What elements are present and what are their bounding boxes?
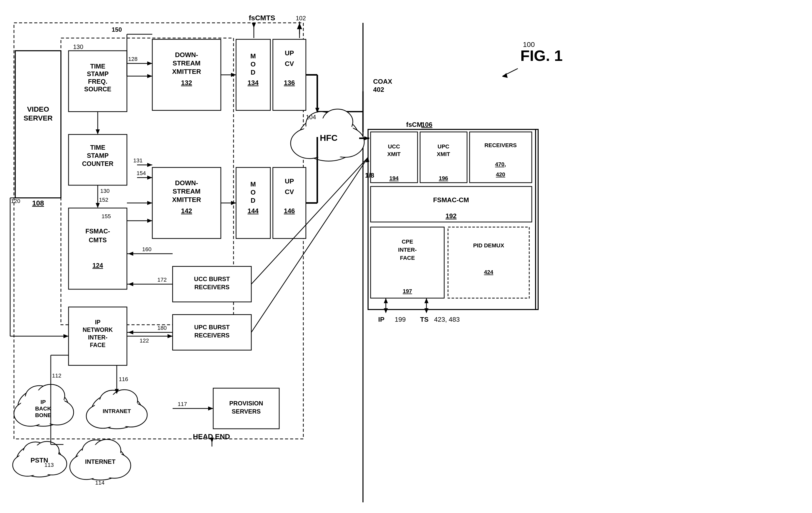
svg-marker-121 [147,219,152,223]
svg-text:130: 130 [100,188,110,194]
svg-text:120: 120 [11,198,20,204]
svg-marker-218 [425,308,429,313]
svg-text:402: 402 [373,86,384,93]
svg-text:424: 424 [484,269,493,275]
svg-text:180: 180 [157,325,167,331]
svg-text:INTER-: INTER- [88,334,108,341]
svg-text:155: 155 [102,213,111,219]
svg-text:SERVERS: SERVERS [232,408,261,415]
svg-text:130: 130 [73,43,83,50]
svg-text:108: 108 [32,199,44,207]
svg-text:COUNTER: COUNTER [82,160,113,167]
svg-marker-138 [128,282,133,286]
svg-text:194: 194 [389,175,399,181]
svg-text:420: 420 [496,171,505,178]
svg-text:136: 136 [284,79,295,87]
svg-text:XMIT: XMIT [387,151,401,157]
svg-text:122: 122 [140,337,149,344]
diagram-svg: HFC VIDEO SERVER 108 TIME STAMP FREQ. SO… [0,0,812,513]
svg-text:144: 144 [248,207,259,215]
svg-text:PID DEMUX: PID DEMUX [473,242,504,249]
svg-text:199: 199 [395,315,406,323]
svg-text:COAX: COAX [373,78,393,85]
svg-text:NETWORK: NETWORK [83,327,113,333]
svg-text:XMITTER: XMITTER [172,196,201,204]
svg-marker-190 [208,406,213,411]
svg-text:104: 104 [306,114,316,121]
svg-text:FIG. 1: FIG. 1 [520,47,563,64]
svg-text:O: O [251,60,256,68]
svg-text:197: 197 [403,288,412,294]
svg-text:RECEIVERS: RECEIVERS [195,332,230,339]
svg-text:CPE: CPE [402,239,413,245]
svg-text:CV: CV [285,60,294,67]
svg-text:UP: UP [285,177,294,185]
svg-text:STAMP: STAMP [87,152,109,159]
svg-text:XMITTER: XMITTER [172,68,201,76]
svg-text:152: 152 [99,197,108,203]
svg-text:154: 154 [137,170,146,176]
diagram-container: HFC VIDEO SERVER 108 TIME STAMP FREQ. SO… [0,0,812,513]
svg-text:STREAM: STREAM [173,187,201,195]
svg-text:fsCM: fsCM [406,121,423,128]
svg-text:160: 160 [142,246,151,252]
svg-marker-149 [63,334,68,338]
svg-text:INTERNET: INTERNET [85,458,115,465]
svg-marker-213 [384,308,388,313]
svg-text:D: D [251,68,256,76]
svg-rect-28 [68,208,127,289]
svg-text:BACK: BACK [35,405,51,412]
svg-marker-109 [147,163,152,167]
svg-text:STAMP: STAMP [87,70,109,78]
svg-text:114: 114 [95,480,105,486]
svg-text:INTER-: INTER- [398,247,416,253]
svg-marker-144 [168,334,173,338]
svg-text:142: 142 [181,207,192,215]
svg-text:FACE: FACE [90,342,105,348]
svg-rect-15 [15,51,61,198]
svg-marker-112 [96,203,100,208]
svg-marker-115 [147,201,152,205]
svg-text:SERVER: SERVER [24,114,53,122]
svg-text:PROVISION: PROVISION [229,400,263,407]
svg-text:UPC BURST: UPC BURST [194,324,230,331]
svg-marker-118 [147,176,152,180]
svg-text:196: 196 [439,175,448,181]
svg-text:150: 150 [112,26,122,33]
svg-marker-99 [96,129,100,134]
svg-rect-95 [448,227,529,298]
svg-text:SOURCE: SOURCE [84,86,111,93]
svg-text:BONE: BONE [35,412,51,418]
svg-text:VIDEO: VIDEO [27,105,49,113]
svg-text:FSMAC-CM: FSMAC-CM [433,196,469,204]
svg-text:M: M [250,52,256,60]
svg-text:UP: UP [285,49,294,57]
svg-text:FREQ.: FREQ. [88,78,107,85]
svg-text:UCC: UCC [388,143,400,150]
svg-text:RECEIVERS: RECEIVERS [195,284,230,291]
svg-text:IP: IP [40,399,46,405]
svg-text:STREAM: STREAM [173,59,201,67]
svg-text:132: 132 [181,79,192,87]
svg-rect-24 [68,134,127,185]
svg-text:106: 106 [422,121,432,128]
svg-text:RECEIVERS: RECEIVERS [484,142,517,148]
svg-text:fsCMTS: fsCMTS [249,14,275,22]
svg-text:423, 483: 423, 483 [434,315,460,323]
svg-text:TIME: TIME [90,63,105,70]
svg-text:117: 117 [178,401,187,407]
svg-text:CMTS: CMTS [89,237,107,244]
svg-text:470,: 470, [495,161,506,168]
svg-text:134: 134 [248,79,259,87]
svg-text:172: 172 [157,276,167,283]
svg-text:FSMAC-: FSMAC- [85,228,110,235]
svg-text:1/8: 1/8 [365,172,374,179]
svg-text:100: 100 [523,40,535,49]
svg-text:146: 146 [284,207,295,215]
svg-text:FACE: FACE [400,255,415,261]
svg-text:DOWN-: DOWN- [175,179,198,187]
svg-text:IP: IP [378,315,384,323]
svg-text:INTRANET: INTRANET [103,408,131,414]
svg-text:HFC: HFC [320,133,338,143]
svg-text:TS: TS [420,315,429,323]
